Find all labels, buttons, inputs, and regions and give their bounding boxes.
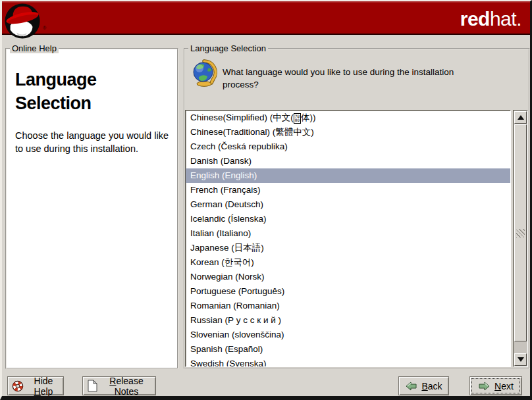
language-list-item[interactable]: Romanian (Romanian)	[186, 299, 510, 313]
online-help-panel: Online Help Language Selection Choose th…	[5, 48, 178, 369]
language-selection-panel: Language Selection What language would y…	[184, 48, 530, 369]
globe-icon	[190, 59, 218, 87]
hide-help-label: Hide Help	[28, 376, 59, 397]
help-body-text: Choose the language you would like to us…	[15, 129, 169, 155]
wordmark-period: .	[516, 8, 521, 30]
missing-glyph-box: 7B80	[294, 113, 301, 124]
release-notes-label: Release Notes	[101, 376, 151, 397]
next-button[interactable]: Next	[469, 376, 522, 395]
language-list-item[interactable]: Norwegian (Norsk)	[186, 270, 510, 284]
scrollbar-thumb[interactable]	[514, 124, 527, 341]
language-list-item[interactable]: Spanish (Español)	[186, 342, 510, 357]
language-list-item[interactable]: Czech (Česká republika)	[186, 139, 510, 154]
hide-help-button[interactable]: Hide Help	[7, 376, 64, 395]
language-list-item[interactable]: Chinese(Simplified) (中文(7B80体))	[186, 111, 510, 125]
language-selection-frame-label: Language Selection	[188, 43, 268, 53]
scrollbar-up-button[interactable]	[514, 111, 527, 124]
next-label: Next	[494, 381, 514, 391]
language-list-item[interactable]: French (Français)	[186, 183, 510, 197]
language-list-item[interactable]: Portuguese (Português)	[186, 284, 510, 299]
arrow-down-icon	[518, 357, 524, 362]
back-button[interactable]: Back	[398, 376, 449, 395]
life-preserver-icon	[12, 380, 24, 392]
language-list-item[interactable]: Italian (Italiano)	[186, 226, 510, 241]
language-list-item[interactable]: Chinese(Traditional) (繁體中文)	[186, 125, 510, 139]
language-list-item[interactable]: English (English)	[186, 168, 510, 183]
redhat-shadowman-logo-icon	[4, 2, 42, 40]
document-icon	[87, 380, 97, 392]
language-list-item[interactable]: Korean (한국어)	[186, 255, 510, 270]
scrollbar-down-button[interactable]	[514, 353, 527, 366]
language-list-item[interactable]: Japanese (日本語)	[186, 241, 510, 255]
language-list-scrollbar[interactable]	[513, 110, 528, 367]
registered-trademark: ®	[43, 26, 46, 30]
wordmark-red: red	[460, 8, 490, 30]
question-text: What language would you like to use duri…	[223, 66, 456, 91]
language-list-item[interactable]: Swedish (Svenska)	[186, 357, 510, 367]
arrow-right-icon	[478, 381, 491, 391]
help-title: Language Selection	[15, 68, 169, 115]
installer-window: ® redhat. Online Help Language Selection…	[0, 0, 532, 400]
arrow-up-icon	[518, 115, 524, 120]
language-list-item[interactable]: Russian (Р у с с к и й )	[186, 313, 510, 328]
wordmark-hat: hat	[490, 8, 516, 30]
language-list-item[interactable]: German (Deutsch)	[186, 197, 510, 212]
scrollbar-grip	[516, 229, 525, 238]
language-list[interactable]: Chinese(Simplified) (中文(7B80体))Chinese(T…	[185, 110, 511, 367]
language-list-item[interactable]: Icelandic (Íslenska)	[186, 212, 510, 226]
back-label: Back	[421, 381, 442, 391]
online-help-frame-label: Online Help	[10, 43, 59, 53]
language-list-item[interactable]: Danish (Dansk)	[186, 154, 510, 168]
arrow-left-icon	[405, 381, 417, 391]
release-notes-button[interactable]: Release Notes	[82, 376, 156, 395]
redhat-wordmark: redhat.	[460, 9, 521, 29]
language-list-item[interactable]: Slovenian (slovenščina)	[186, 328, 510, 342]
redhat-banner	[2, 1, 530, 35]
